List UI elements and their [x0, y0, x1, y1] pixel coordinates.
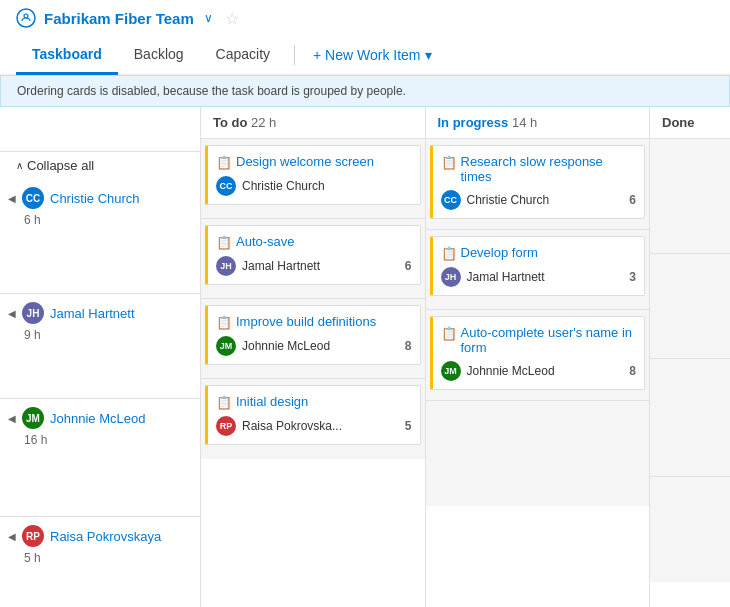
card-initial-design-person: RP Raisa Pokrovska...: [216, 416, 405, 436]
done-section-jamal: [650, 254, 730, 359]
side-panel: ∧ Collapse all ◀ CC Christie Church 6 h …: [0, 107, 200, 607]
person-expand-jamal[interactable]: ◀: [8, 308, 16, 319]
card-initial-design-title[interactable]: 📋 Initial design: [216, 394, 412, 410]
person-name-raisa[interactable]: Raisa Pokrovskaya: [50, 529, 161, 544]
column-header-inprogress: In progress 14 h: [426, 107, 650, 139]
card-research-slow-footer: CC Christie Church 6: [441, 190, 637, 210]
card-improve-build-footer: JM Johnnie McLeod 8: [216, 336, 412, 356]
person-section-johnnie: ◀ JM Johnnie McLeod 16 h: [0, 399, 200, 517]
done-section-raisa: [650, 477, 730, 582]
card-research-slow-title[interactable]: 📋 Research slow response times: [441, 154, 637, 184]
card-improve-build: 📋 Improve build definitions JM Johnnie M…: [205, 305, 421, 365]
card-avatar-raisa-1: RP: [216, 416, 236, 436]
card-person-name-jamal-1: Jamal Hartnett: [242, 259, 320, 273]
todo-section-johnnie: 📋 Improve build definitions JM Johnnie M…: [201, 299, 425, 379]
person-hours-raisa: 5 h: [0, 551, 200, 573]
card-autocomplete: 📋 Auto-complete user's name in form JM J…: [430, 316, 646, 390]
card-improve-build-hours: 8: [405, 339, 412, 353]
card-initial-design: 📋 Initial design RP Raisa Pokrovska... 5: [205, 385, 421, 445]
dropdown-arrow-icon[interactable]: ∨: [204, 11, 213, 25]
card-research-slow-text: Research slow response times: [461, 154, 637, 184]
column-header-todo: To do 22 h: [201, 107, 425, 139]
person-name-johnnie[interactable]: Johnnie McLeod: [50, 411, 145, 426]
tab-capacity[interactable]: Capacity: [200, 36, 286, 75]
card-develop-form-hours: 3: [629, 270, 636, 284]
card-initial-design-text: Initial design: [236, 394, 308, 409]
todo-section-christie: 📋 Design welcome screen CC Christie Chur…: [201, 139, 425, 219]
card-autosave-person: JH Jamal Hartnett: [216, 256, 405, 276]
done-section-johnnie: [650, 359, 730, 477]
avatar-jamal: JH: [22, 302, 44, 324]
card-improve-build-text: Improve build definitions: [236, 314, 376, 329]
card-autosave-title[interactable]: 📋 Auto-save: [216, 234, 412, 250]
card-person-name-johnnie-2: Johnnie McLeod: [467, 364, 555, 378]
column-done-label: Done: [662, 115, 695, 130]
team-name[interactable]: Fabrikam Fiber Team: [44, 10, 194, 27]
task-icon-design-welcome: 📋: [216, 155, 232, 170]
person-expand-christie[interactable]: ◀: [8, 193, 16, 204]
todo-section-jamal: 📋 Auto-save JH Jamal Hartnett 6: [201, 219, 425, 299]
card-person-name-raisa-1: Raisa Pokrovska...: [242, 419, 342, 433]
avatar-christie: CC: [22, 187, 44, 209]
top-bar: Fabrikam Fiber Team ∨ ☆: [0, 0, 730, 36]
card-autocomplete-title[interactable]: 📋 Auto-complete user's name in form: [441, 325, 637, 355]
card-develop-form-text: Develop form: [461, 245, 538, 260]
favorite-star-icon[interactable]: ☆: [225, 9, 239, 28]
card-avatar-jamal-2: JH: [441, 267, 461, 287]
card-improve-build-title[interactable]: 📋 Improve build definitions: [216, 314, 412, 330]
card-autocomplete-hours: 8: [629, 364, 636, 378]
person-hours-johnnie: 16 h: [0, 433, 200, 455]
inprogress-section-johnnie: 📋 Auto-complete user's name in form JM J…: [426, 310, 650, 401]
nav-bar: Taskboard Backlog Capacity + New Work It…: [0, 36, 730, 75]
task-icon-autosave: 📋: [216, 235, 232, 250]
person-expand-raisa[interactable]: ◀: [8, 531, 16, 542]
person-row-raisa: ◀ RP Raisa Pokrovskaya: [0, 517, 200, 551]
person-hours-jamal: 9 h: [0, 328, 200, 350]
avatar-raisa: RP: [22, 525, 44, 547]
card-research-slow-hours: 6: [629, 193, 636, 207]
person-row-christie: ◀ CC Christie Church: [0, 179, 200, 213]
person-row-johnnie: ◀ JM Johnnie McLeod: [0, 399, 200, 433]
card-develop-form-title[interactable]: 📋 Develop form: [441, 245, 637, 261]
column-done: Done: [650, 107, 730, 607]
board-container: ∧ Collapse all ◀ CC Christie Church 6 h …: [0, 107, 730, 607]
person-name-christie[interactable]: Christie Church: [50, 191, 140, 206]
column-header-spacer: [0, 115, 200, 152]
done-section-christie: [650, 139, 730, 254]
info-bar-message: Ordering cards is disabled, because the …: [17, 84, 406, 98]
column-inprogress-label: In progress: [438, 115, 509, 130]
collapse-all-button[interactable]: ∧ Collapse all: [0, 152, 200, 179]
column-header-done: Done: [650, 107, 730, 139]
tab-taskboard[interactable]: Taskboard: [16, 36, 118, 75]
card-autocomplete-footer: JM Johnnie McLeod 8: [441, 361, 637, 381]
card-person-name-johnnie-1: Johnnie McLeod: [242, 339, 330, 353]
person-expand-johnnie[interactable]: ◀: [8, 413, 16, 424]
inprogress-section-jamal: 📋 Develop form JH Jamal Hartnett 3: [426, 230, 650, 310]
column-inprogress-count: 14 h: [512, 115, 537, 130]
card-develop-form-footer: JH Jamal Hartnett 3: [441, 267, 637, 287]
new-work-item-button[interactable]: + New Work Item ▾: [303, 41, 442, 69]
person-section-christie: ◀ CC Christie Church 6 h: [0, 179, 200, 294]
team-icon: [16, 8, 36, 28]
column-todo-count: 22 h: [251, 115, 276, 130]
person-name-jamal[interactable]: Jamal Hartnett: [50, 306, 135, 321]
inprogress-section-christie: 📋 Research slow response times CC Christ…: [426, 139, 650, 230]
column-todo-label: To do: [213, 115, 247, 130]
collapse-all-label: Collapse all: [27, 158, 94, 173]
columns-area: To do 22 h 📋 Design welcome screen CC Ch…: [200, 107, 730, 607]
card-avatar-jamal-1: JH: [216, 256, 236, 276]
card-avatar-christie-2: CC: [441, 190, 461, 210]
card-autocomplete-text: Auto-complete user's name in form: [461, 325, 637, 355]
card-autosave-hours: 6: [405, 259, 412, 273]
task-icon-initial-design: 📋: [216, 395, 232, 410]
card-improve-build-person: JM Johnnie McLeod: [216, 336, 405, 356]
card-autocomplete-person: JM Johnnie McLeod: [441, 361, 630, 381]
todo-section-raisa: 📋 Initial design RP Raisa Pokrovska... 5: [201, 379, 425, 459]
card-design-welcome-title[interactable]: 📋 Design welcome screen: [216, 154, 412, 170]
tab-backlog[interactable]: Backlog: [118, 36, 200, 75]
card-initial-design-footer: RP Raisa Pokrovska... 5: [216, 416, 412, 436]
new-work-dropdown-icon: ▾: [425, 47, 432, 63]
card-initial-design-hours: 5: [405, 419, 412, 433]
card-person-name-christie-2: Christie Church: [467, 193, 550, 207]
task-icon-develop-form: 📋: [441, 246, 457, 261]
